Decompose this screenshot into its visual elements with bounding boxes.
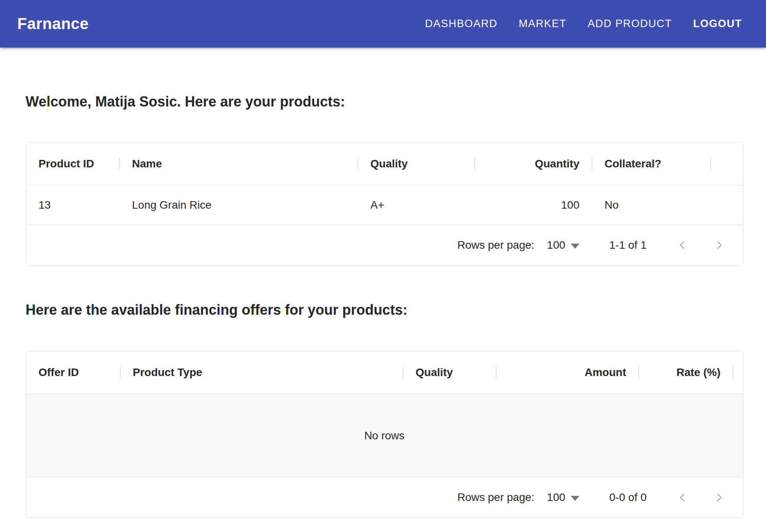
previous-page-button[interactable] xyxy=(671,233,694,257)
pagination-range: 0-0 of 0 xyxy=(609,491,647,504)
products-table-pagination: Rows per page: 100 1-1 of 1 xyxy=(26,225,743,265)
offers-table-pagination: Rows per page: 100 0-0 of 0 xyxy=(26,477,743,517)
nav-dashboard[interactable]: DASHBOARD xyxy=(425,18,498,30)
pagination-range: 1-1 of 1 xyxy=(609,239,647,251)
products-table-header: Product ID Name Quality Quantity Collate… xyxy=(26,143,743,185)
column-header-quantity[interactable]: Quantity xyxy=(475,143,592,185)
nav-logout[interactable]: LOGOUT xyxy=(693,18,742,30)
next-page-button[interactable] xyxy=(707,233,731,257)
rows-per-page-value: 100 xyxy=(547,491,565,504)
column-header-amount[interactable]: Amount xyxy=(496,351,639,394)
rows-per-page-select[interactable]: 100 xyxy=(547,491,579,504)
rows-per-page-label: Rows per page: xyxy=(457,239,534,251)
row-filler xyxy=(711,185,743,225)
caret-down-icon xyxy=(571,496,579,501)
column-header-product-id[interactable]: Product ID xyxy=(26,143,119,185)
next-page-button[interactable] xyxy=(707,486,731,509)
chevron-left-icon xyxy=(676,491,689,504)
column-header-rate[interactable]: Rate (%) xyxy=(639,351,733,394)
brand-logo[interactable]: Farnance xyxy=(17,15,89,33)
no-rows-overlay: No rows xyxy=(26,394,743,477)
column-header-offer-id[interactable]: Offer ID xyxy=(26,351,120,394)
cell-collateral: No xyxy=(592,185,711,225)
nav-add-product[interactable]: ADD PRODUCT xyxy=(588,18,672,30)
rows-per-page-value: 100 xyxy=(547,239,565,251)
app-bar: Farnance DASHBOARD MARKET ADD PRODUCT LO… xyxy=(0,0,766,48)
products-table: Product ID Name Quality Quantity Collate… xyxy=(26,142,743,266)
nav-market[interactable]: MARKET xyxy=(519,18,566,30)
table-row[interactable]: 13 Long Grain Rice A+ 100 No xyxy=(26,185,743,225)
cell-quantity: 100 xyxy=(475,185,592,225)
cell-quality: A+ xyxy=(358,185,475,225)
header-filler xyxy=(733,351,743,394)
offers-heading: Here are the available financing offers … xyxy=(26,302,743,318)
column-header-product-type[interactable]: Product Type xyxy=(120,351,403,394)
chevron-right-icon xyxy=(713,491,726,504)
rows-per-page-select[interactable]: 100 xyxy=(547,239,579,251)
chevron-right-icon xyxy=(713,238,726,252)
cell-product-id: 13 xyxy=(26,185,119,225)
rows-per-page-label: Rows per page: xyxy=(457,491,534,504)
column-header-collateral[interactable]: Collateral? xyxy=(592,143,711,185)
column-header-name[interactable]: Name xyxy=(119,143,358,185)
cell-name: Long Grain Rice xyxy=(119,185,358,225)
chevron-left-icon xyxy=(676,238,689,252)
main-content: Welcome, Matija Sosic. Here are your pro… xyxy=(0,94,766,518)
offers-table-header: Offer ID Product Type Quality Amount Rat… xyxy=(26,351,743,394)
previous-page-button[interactable] xyxy=(671,486,694,509)
products-heading: Welcome, Matija Sosic. Here are your pro… xyxy=(26,94,743,110)
main-nav: DASHBOARD MARKET ADD PRODUCT LOGOUT xyxy=(425,18,742,30)
header-filler xyxy=(711,143,743,185)
no-rows-text: No rows xyxy=(364,429,405,442)
column-header-quality[interactable]: Quality xyxy=(403,351,496,394)
offers-table: Offer ID Product Type Quality Amount Rat… xyxy=(26,351,743,518)
caret-down-icon xyxy=(571,244,579,249)
column-header-quality[interactable]: Quality xyxy=(358,143,475,185)
